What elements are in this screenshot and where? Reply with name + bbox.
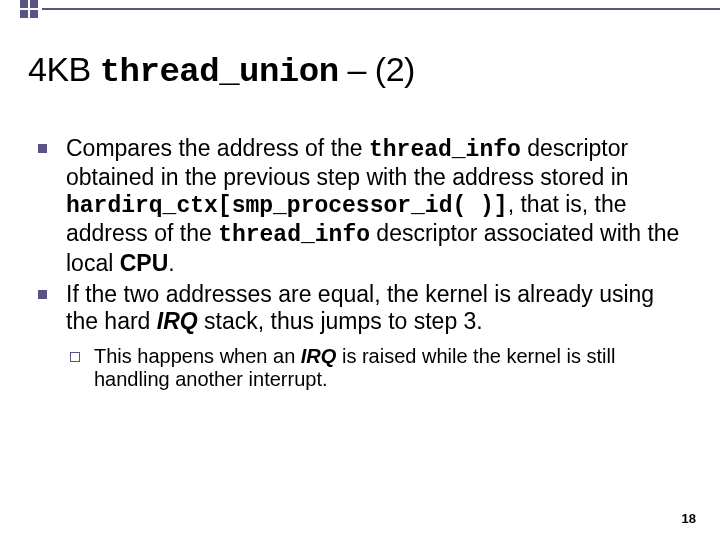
slide-content: 4KB thread_union – (2) Compares the addr… [28,50,692,392]
sub-bullet-list: This happens when an IRQ is raised while… [66,345,692,392]
page-number: 18 [682,511,696,526]
slide-title: 4KB thread_union – (2) [28,50,692,91]
code-text: thread_info [218,222,370,248]
sub-bullet-item: This happens when an IRQ is raised while… [94,345,692,392]
emph-text: IRQ [157,308,198,334]
text: . [168,250,174,276]
text: stack, thus jumps to step 3. [198,308,483,334]
bullet-item: Compares the address of the thread_info … [66,135,692,277]
top-decoration [0,0,720,22]
bullet-list: Compares the address of the thread_info … [28,135,692,392]
code-text: thread_info [369,137,521,163]
title-suffix: – (2) [339,50,415,88]
emph-text: CPU [120,250,169,276]
emph-text: IRQ [301,345,337,367]
code-text: hardirq_ctx[smp_processor_id( )] [66,193,508,219]
title-prefix: 4KB [28,50,100,88]
text: Compares the address of the [66,135,369,161]
bullet-item: If the two addresses are equal, the kern… [66,281,692,335]
title-mono: thread_union [100,53,339,91]
text: This happens when an [94,345,301,367]
